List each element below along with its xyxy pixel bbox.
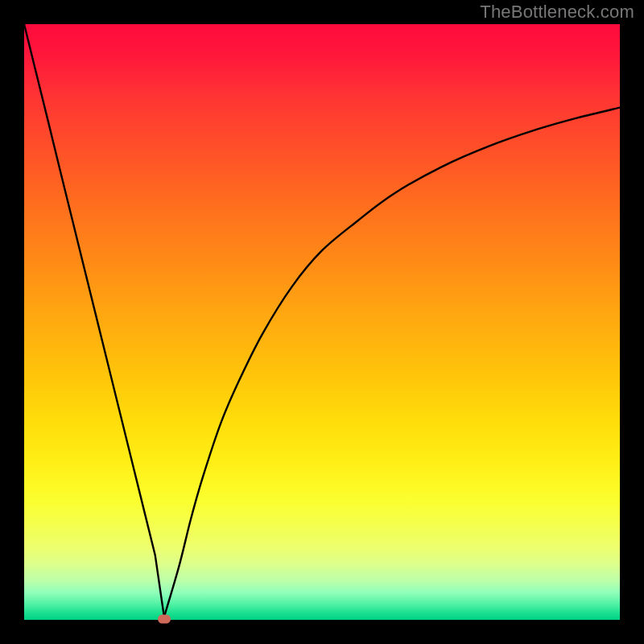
chart-frame: TheBottleneck.com	[0, 0, 644, 644]
curve-left	[24, 24, 164, 617]
curve-svg	[24, 24, 620, 620]
minimum-marker	[158, 614, 171, 623]
watermark-text: TheBottleneck.com	[480, 2, 634, 23]
curve-right	[164, 108, 620, 617]
plot-area	[24, 24, 620, 620]
